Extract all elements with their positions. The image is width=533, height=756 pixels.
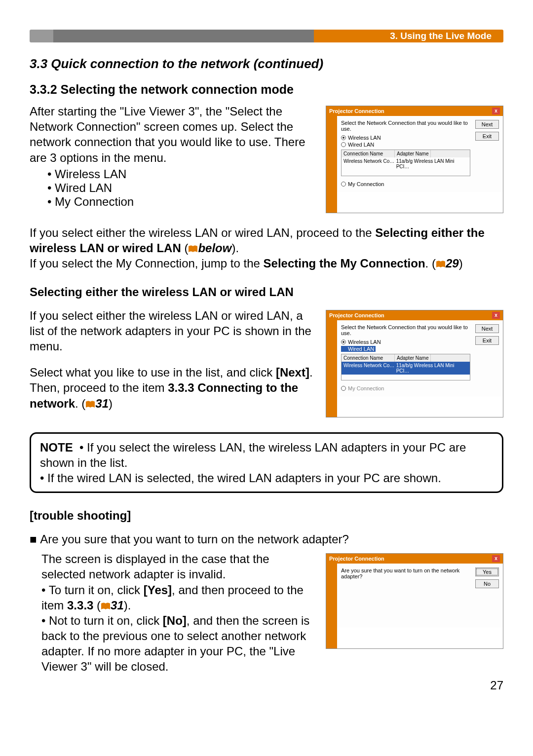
option-wired: Wired LAN: [47, 181, 314, 195]
dialog-message: Select the Network Connection that you w…: [341, 324, 470, 336]
note-1: If you select the wireless LAN, the wire…: [40, 441, 466, 469]
dialog-select-connection-2: Projector Connection x Select the Networ…: [326, 310, 503, 417]
paragraph-2: If you select either the wireless LAN or…: [30, 308, 314, 354]
book-icon: [436, 257, 446, 265]
ts-bullets: • To turn it on, click [Yes], and then p…: [41, 582, 314, 675]
book-icon: [85, 397, 95, 405]
dialog-message: Select the Network Connection that you w…: [341, 120, 470, 132]
dialog-select-connection-1: Projector Connection x Select the Networ…: [326, 106, 503, 213]
next-button[interactable]: Next: [475, 120, 499, 129]
close-icon[interactable]: x: [492, 555, 500, 562]
subsection-heading: 3.3.2 Selecting the network connection m…: [30, 82, 503, 97]
close-icon[interactable]: x: [492, 312, 500, 319]
no-button[interactable]: No: [475, 579, 499, 588]
col-adapter-name: Adapter Name: [395, 354, 431, 362]
radio-myconnection[interactable]: My Connection: [341, 385, 470, 391]
dialog-title: Projector Connection: [329, 108, 384, 114]
dialog-message: Are you sure that you want to turn on th…: [341, 567, 470, 579]
page-number: 27: [30, 679, 503, 692]
book-icon: [188, 241, 198, 249]
note-box: NOTE • If you select the wireless LAN, t…: [30, 432, 503, 493]
radio-wireless[interactable]: Wireless LAN: [341, 339, 470, 345]
table-row[interactable]: Wireless Network Co… 11a/b/g Wireless LA…: [342, 157, 470, 170]
option-wireless: Wireless LAN: [47, 167, 314, 181]
radio-wired[interactable]: Wired LAN: [341, 142, 470, 148]
col-adapter-name: Adapter Name: [395, 150, 431, 157]
note-label: NOTE: [40, 441, 73, 454]
paragraph-1: After starting the "Live Viewer 3", the …: [30, 104, 314, 165]
radio-wireless[interactable]: Wireless LAN: [341, 135, 470, 141]
ts-question: ■ Are you sure that you want to turn on …: [30, 532, 503, 546]
col-connection-name: Connection Name: [342, 354, 395, 362]
dialog-title: Projector Connection: [329, 312, 384, 318]
option-myconnection: My Connection: [47, 195, 314, 209]
next-button[interactable]: Next: [475, 324, 499, 333]
sub2-heading: Selecting either the wireless LAN or wir…: [30, 285, 503, 299]
crossref-1: If you select either the wireless LAN or…: [30, 225, 503, 256]
crossref-2: If you select the My Connection, jump to…: [30, 256, 503, 271]
close-icon[interactable]: x: [492, 108, 500, 114]
dialog-turn-on-adapter: Projector Connection x Are you sure that…: [326, 553, 503, 649]
paragraph-4: Then, proceed to the item 3.3.3 Connecti…: [30, 380, 314, 411]
col-connection-name: Connection Name: [342, 150, 395, 157]
ts-paragraph: The screen is displayed in the case that…: [41, 551, 314, 582]
exit-button[interactable]: Exit: [475, 132, 499, 141]
exit-button[interactable]: Exit: [475, 336, 499, 345]
adapter-list[interactable]: Connection Name Adapter Name Wireless Ne…: [341, 354, 470, 380]
paragraph-3: Select what you like to use in the list,…: [30, 365, 314, 380]
troubleshooting-heading: [trouble shooting]: [30, 509, 503, 523]
dialog-title: Projector Connection: [329, 556, 384, 562]
section-heading: 3.3 Quick connection to the network (con…: [30, 56, 503, 72]
radio-myconnection[interactable]: My Connection: [341, 181, 470, 187]
breadcrumb: 3. Using the Live Mode: [30, 30, 503, 42]
adapter-list[interactable]: Connection Name Adapter Name Wireless Ne…: [341, 150, 470, 176]
radio-wired[interactable]: Wired LAN: [341, 346, 376, 352]
yes-button[interactable]: Yes: [475, 567, 499, 576]
book-icon: [101, 599, 111, 606]
breadcrumb-text: 3. Using the Live Mode: [390, 31, 492, 41]
table-row[interactable]: Wireless Network Co… 11a/b/g Wireless LA…: [342, 362, 470, 375]
note-2: If the wired LAN is selected, the wired …: [47, 471, 441, 485]
options-list: Wireless LAN Wired LAN My Connection: [47, 167, 314, 209]
